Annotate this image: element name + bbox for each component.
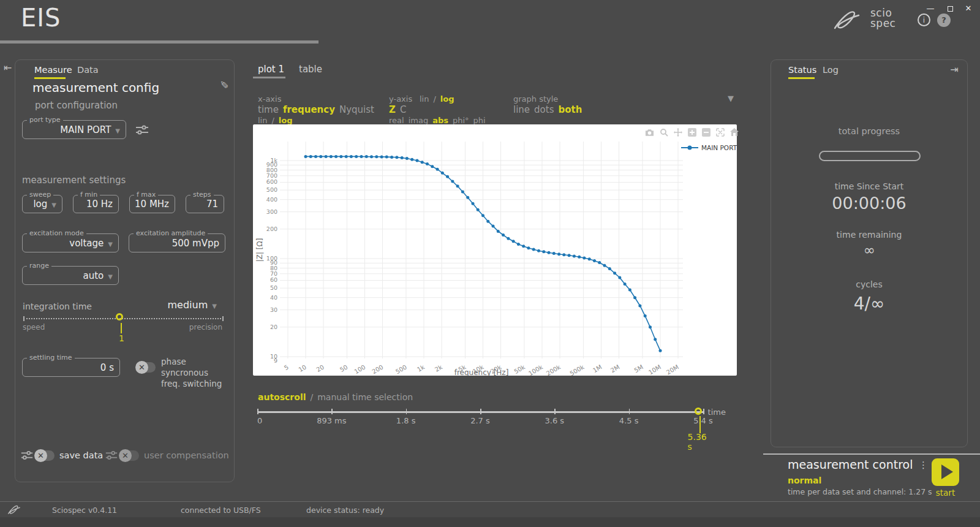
settling-time-field[interactable]: settling time 0 s	[22, 358, 120, 377]
user-compensation-toggle[interactable]: ✕	[120, 450, 139, 461]
tab-table[interactable]: table	[299, 64, 322, 75]
excitation-amplitude-field[interactable]: excitation amplitude 500 mVpp	[129, 233, 225, 252]
start-button[interactable]	[932, 458, 959, 486]
option-nyquist[interactable]: Nyquist	[339, 104, 374, 115]
svg-text:MAIN PORT: MAIN PORT	[701, 144, 737, 151]
time-slider-thumb[interactable]	[695, 408, 702, 415]
status-panel: Status Log ⇥ total progress time Since S…	[771, 59, 968, 447]
option-log[interactable]: log	[279, 116, 293, 125]
tab-data[interactable]: Data	[77, 65, 99, 75]
option-both[interactable]: both	[558, 104, 582, 115]
y-axis-quantity-options: ZC	[389, 104, 406, 115]
user-compensation-settings-sliders-icon[interactable]	[105, 449, 118, 462]
time-slider[interactable]: 0893 ms1.8 s2.7 s3.6 s4.5 s5.4 s time 5.…	[257, 408, 704, 444]
svg-text:frequency [Hz]: frequency [Hz]	[454, 368, 509, 376]
tab-plot1[interactable]: plot 1	[258, 64, 284, 75]
x-axis-mode-options: timefrequencyNyquist	[258, 104, 374, 115]
collapse-right-panel-icon[interactable]: ⇥	[951, 64, 959, 75]
option-phi-[interactable]: phi°	[453, 116, 469, 125]
save-data-settings-sliders-icon[interactable]	[20, 449, 34, 462]
option-imag[interactable]: imag	[409, 116, 429, 125]
axis-controls-collapse-icon[interactable]: ▼	[728, 94, 734, 103]
option-separator: /	[310, 392, 313, 402]
status-bar: Sciospec v0.4.11 connected to USB/FS dev…	[0, 501, 980, 517]
tab-log[interactable]: Log	[823, 65, 839, 75]
connection-status: connected to USB/FS	[181, 506, 261, 515]
edit-icon[interactable]: ✐	[220, 79, 228, 91]
total-progress-label: total progress	[771, 126, 967, 136]
integration-thumb-stem	[121, 323, 122, 333]
user-compensation-label: user compensation	[144, 450, 229, 460]
minimize-button[interactable]: —	[924, 4, 937, 15]
svg-text:5: 5	[283, 363, 290, 371]
window-bottom-edge	[0, 517, 980, 527]
option-line[interactable]: line	[513, 104, 530, 115]
tab-status[interactable]: Status	[788, 65, 816, 75]
measurement-mode: normal	[788, 476, 821, 485]
time-remaining-value: ∞	[771, 242, 967, 258]
tab-plot1-underline	[253, 77, 285, 78]
toggle-off-icon: ✕	[34, 449, 47, 462]
impedance-chart: 51020501002005001k2k5k10k20k50k100k200k5…	[253, 124, 737, 376]
chart-modebar	[645, 128, 739, 137]
kebab-menu-icon[interactable]: ⋮	[919, 460, 928, 471]
svg-text:50: 50	[270, 284, 277, 291]
option-autoscroll[interactable]: autoscroll	[258, 392, 306, 402]
info-icon[interactable]: i	[918, 13, 930, 26]
svg-text:1k: 1k	[416, 363, 426, 373]
svg-text:600: 600	[266, 178, 277, 185]
excitation-mode-field[interactable]: excitation mode voltage▼	[22, 233, 119, 252]
time-tick	[257, 409, 258, 414]
chevron-down-icon: ▼	[51, 202, 56, 208]
svg-text:10M: 10M	[647, 363, 662, 376]
f-min-field[interactable]: f min 10 Hz	[73, 195, 119, 213]
svg-text:20M: 20M	[665, 363, 680, 376]
option-lin[interactable]: lin	[258, 116, 267, 125]
zoom-out-icon[interactable]	[702, 128, 710, 137]
option-abs[interactable]: abs	[432, 116, 448, 125]
time-tick	[629, 409, 630, 414]
measurement-control-title: measurement control	[788, 458, 913, 471]
chart-plot-area[interactable]: 51020501002005001k2k5k10k20k50k100k200k5…	[253, 124, 737, 376]
time-tick	[480, 409, 481, 414]
integration-time-slider[interactable]	[23, 318, 224, 319]
option-z[interactable]: Z	[389, 104, 396, 115]
integration-time-label: integration time	[23, 301, 92, 311]
zoom-icon[interactable]	[660, 128, 668, 137]
time-since-start-value: 00:00:06	[771, 194, 967, 213]
collapse-left-panel-icon[interactable]: ⇤	[4, 62, 12, 74]
option-log[interactable]: log	[440, 94, 454, 104]
range-field[interactable]: range auto▼	[22, 266, 119, 285]
steps-field[interactable]: steps 71	[186, 195, 224, 213]
timeline-mode-options: autoscroll/manual time selection	[258, 392, 413, 402]
integration-slider-thumb[interactable]	[116, 313, 123, 320]
svg-text:200: 200	[371, 363, 385, 375]
option-manual-time-selection[interactable]: manual time selection	[317, 392, 413, 402]
toggle-off-icon: ✕	[135, 361, 148, 374]
camera-icon[interactable]	[645, 128, 654, 137]
option-c[interactable]: C	[400, 104, 406, 115]
port-settings-sliders-icon[interactable]	[135, 123, 149, 137]
home-icon[interactable]	[730, 128, 739, 136]
option-dots[interactable]: dots	[534, 104, 554, 115]
time-tick-label: 1.8 s	[396, 416, 416, 425]
pan-icon[interactable]	[674, 128, 682, 137]
port-type-field[interactable]: port type MAIN PORT▼	[22, 120, 126, 139]
help-icon[interactable]: ?	[937, 13, 951, 27]
zoom-in-icon[interactable]	[688, 128, 696, 137]
option-time[interactable]: time	[258, 104, 279, 115]
option-frequency[interactable]: frequency	[283, 104, 335, 115]
save-data-toggle[interactable]: ✕	[36, 450, 55, 461]
f-max-field[interactable]: f max 10 MHz	[129, 195, 175, 213]
option-phi[interactable]: phi	[473, 116, 486, 125]
svg-text:500: 500	[394, 363, 408, 375]
option-lin[interactable]: lin	[420, 94, 429, 104]
option-real[interactable]: real	[389, 116, 404, 125]
integration-time-select[interactable]: medium▼	[168, 299, 217, 311]
close-button[interactable]: ✕	[962, 4, 975, 15]
autoscale-icon[interactable]	[716, 128, 725, 137]
phase-sync-toggle[interactable]: ✕	[137, 362, 156, 373]
tab-measure[interactable]: Measure	[34, 65, 72, 75]
svg-text:9: 9	[274, 357, 277, 364]
sweep-field[interactable]: sweep log▼	[22, 195, 62, 213]
